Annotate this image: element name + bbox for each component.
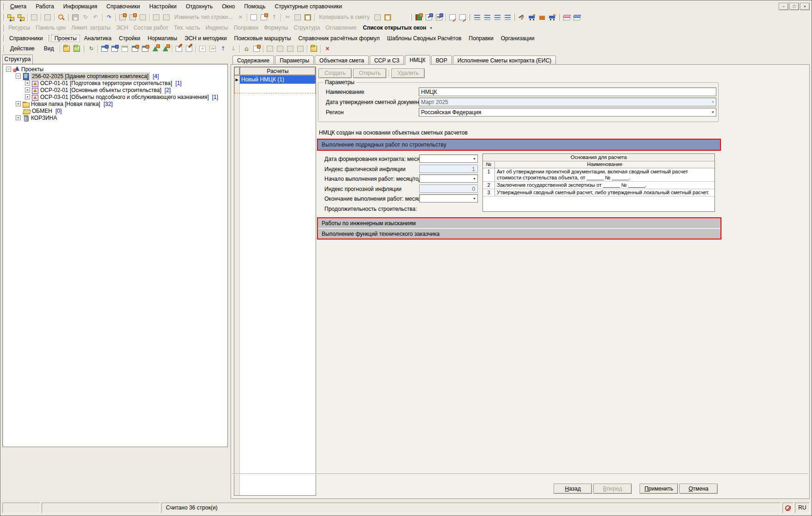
panel-indeksy[interactable]: Индексы [203, 25, 231, 31]
collapse-icon[interactable]: − [6, 67, 11, 72]
cancel-button[interactable]: Отмена [679, 484, 718, 494]
tab-esn-metodiki[interactable]: ЭСН и методики [181, 34, 230, 43]
tab-parametry[interactable]: Параметры [275, 55, 314, 64]
panelbar-grip[interactable] [2, 25, 4, 31]
price-p-icon[interactable]: P [424, 12, 434, 22]
transport-truck-icon[interactable] [527, 12, 537, 22]
expand-icon[interactable]: + [16, 101, 21, 106]
forward-button[interactable]: Вперед [593, 484, 632, 494]
comment-icon[interactable] [138, 12, 148, 22]
edit-doc-icon[interactable] [174, 44, 184, 53]
back-button[interactable]: Назад [554, 484, 592, 494]
clear-row-type-icon[interactable]: × [235, 12, 245, 22]
sort-icon[interactable]: ↑ [269, 12, 279, 22]
tabbar-grip-2[interactable] [48, 35, 49, 42]
region-select[interactable]: Российская Федерация ▼ [419, 108, 716, 117]
toolbar-grip-5[interactable] [513, 14, 515, 21]
menu-otdohnut[interactable]: Отдохнуть [181, 2, 217, 11]
indent-decrease-icon[interactable] [482, 12, 492, 22]
tab-spravochniki[interactable]: Справочники [6, 34, 47, 43]
menu-informacija[interactable]: Информация [59, 2, 102, 11]
maximize-button[interactable]: □ [789, 3, 799, 10]
insert-section-icon[interactable] [117, 12, 128, 22]
outdent-left-icon[interactable] [492, 12, 502, 22]
open-button[interactable]: Открыть [353, 68, 386, 78]
add-structure-icon[interactable] [16, 12, 26, 22]
doc-pr2-icon[interactable] [285, 44, 295, 53]
tab-proekty[interactable]: Проекты [51, 34, 80, 43]
actionbar-grip-2[interactable] [83, 45, 84, 52]
actionbar-grip[interactable] [2, 45, 4, 52]
price-book-blue-icon[interactable] [572, 12, 582, 22]
materials-bricks-icon[interactable] [537, 12, 547, 22]
price-pr-icon[interactable]: ПР [434, 12, 444, 22]
menu-rabota[interactable]: Работа [31, 2, 59, 11]
tree-item-osr-03[interactable]: + ОСР-03-01 [Объекты подсобного и обслуж… [4, 93, 226, 100]
tree-item-projects[interactable]: − Проекты [4, 66, 226, 73]
keyboard-layout[interactable]: RU [795, 503, 810, 513]
restore-row-icon[interactable]: ↷ [104, 12, 114, 22]
calculator-icon[interactable] [249, 12, 259, 22]
panel-resursy[interactable]: Ресурсы [6, 25, 33, 31]
create-button[interactable]: Создать [318, 68, 352, 78]
menu-okno[interactable]: Окно [217, 2, 239, 11]
folder-up-icon[interactable] [61, 44, 72, 53]
menubar-grip[interactable] [2, 3, 4, 10]
recalc-sheet-icon[interactable] [259, 12, 269, 22]
close-button[interactable]: × [800, 3, 810, 10]
menu-nastrojki[interactable]: Настройки [145, 2, 181, 11]
tree-item-osr-02[interactable]: + ОСР-02-01 [Основные объекты строительс… [4, 86, 226, 93]
toolbar-grip-4[interactable] [469, 14, 470, 21]
panel-struktura[interactable]: Структура [291, 25, 323, 31]
forecast-inflation-input[interactable]: 0 [419, 184, 478, 193]
cut-icon[interactable]: ✂ [282, 12, 293, 22]
tab-obektnaja-smeta[interactable]: Объектная смета [315, 55, 369, 64]
menu-pomosch[interactable]: Помощь [239, 2, 270, 11]
delivery-truck-icon[interactable] [547, 12, 557, 22]
approval-date-select[interactable]: Март 2025 ▼ [419, 98, 716, 106]
undo-icon[interactable]: ↶ [91, 12, 101, 22]
search-icon[interactable] [56, 12, 66, 22]
add-object-icon[interactable] [99, 44, 110, 53]
doc-p-icon[interactable]: P [197, 44, 208, 53]
minimize-button[interactable]: – [779, 3, 788, 10]
tab-shablony-svodnyh[interactable]: Шаблоны Сводных Расчётов [383, 34, 465, 43]
name-input[interactable]: НМЦК [419, 87, 716, 96]
doc-fz-icon[interactable] [295, 44, 305, 53]
panel-popravki[interactable]: Поправки [231, 25, 261, 31]
customer-section-header[interactable]: Выполнение функций технического заказчик… [318, 229, 720, 239]
basis-row-1[interactable]: 1 Акт об утверждении проектной документа… [483, 168, 714, 182]
price-book-pink-icon[interactable] [562, 12, 572, 22]
tab-strojki[interactable]: Стройки [115, 34, 144, 43]
actual-inflation-input[interactable]: 1 [419, 165, 478, 173]
paste-doc-icon[interactable] [383, 12, 393, 22]
expand-icon[interactable]: + [25, 80, 30, 86]
menu-strukturnye-spravochniki[interactable]: Структурные справочники [270, 2, 347, 11]
basis-row-2[interactable]: 2 Заключение государственной экспертизы … [483, 182, 714, 189]
outdent-right-icon[interactable] [502, 12, 513, 22]
doc-kz-icon[interactable] [275, 44, 285, 53]
edit-doc-alt-icon[interactable] [184, 44, 194, 53]
delete-button[interactable]: Удалить [391, 68, 425, 78]
tab-nmck[interactable]: НМЦК [405, 55, 430, 65]
panel-teh-chast[interactable]: Тех. часть [171, 25, 202, 31]
add-estimate-icon[interactable] [110, 44, 120, 53]
calculation-row[interactable]: ▶ Новый НМЦК (1) [234, 75, 316, 84]
view-table-icon[interactable] [120, 44, 130, 53]
excel-export-icon[interactable] [29, 12, 39, 22]
copy-doc-icon[interactable] [372, 12, 383, 22]
calculations-column-header[interactable]: Расчеты [240, 67, 316, 75]
tab-vor[interactable]: ВОР [431, 55, 452, 64]
toolbar-grip-3[interactable] [410, 14, 412, 21]
tab-organizacii[interactable]: Организации [497, 34, 538, 43]
basis-row-3[interactable]: 3 Утвержденный сводный сметный расчет, л… [483, 189, 714, 197]
panel-esn[interactable]: ЭСН [113, 25, 131, 31]
pyramid-analytics-icon[interactable] [160, 44, 171, 53]
pdf-export-icon[interactable] [43, 12, 53, 22]
doc-mz-icon[interactable] [265, 44, 275, 53]
survey-section-header[interactable]: Работы по инженерным изысканиям [318, 218, 720, 228]
print-icon[interactable] [151, 12, 161, 22]
move-down-icon[interactable]: ↓ [228, 44, 238, 53]
panel-sostav-rabot[interactable]: Состав работ [131, 25, 171, 31]
tab-struktura[interactable]: Структура [2, 55, 33, 64]
